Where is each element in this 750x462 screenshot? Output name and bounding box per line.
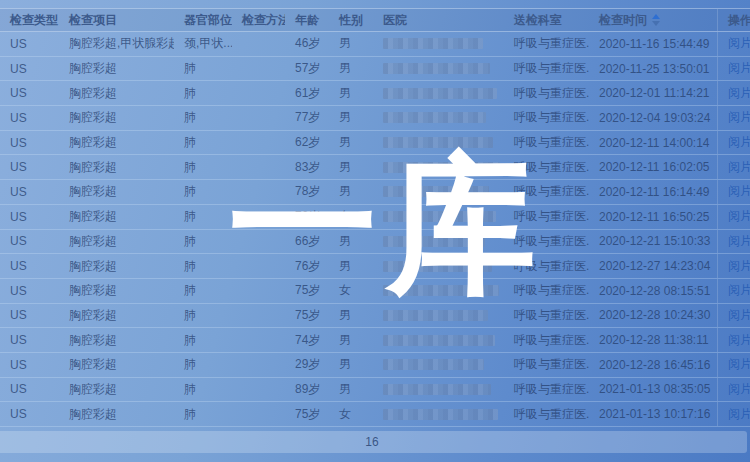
cell-exam-item: 胸腔彩超 <box>59 57 174 81</box>
cell-organ: 肺 <box>174 180 232 204</box>
cell-exam-type: US <box>0 304 59 328</box>
cell-exam-time: 2020-12-28 10:24:30 <box>589 304 717 328</box>
table-row[interactable]: US 胸腔彩超,甲状腺彩超 颈,甲状... 46岁 男 呼吸与重症医... 20… <box>0 32 750 57</box>
view-images-link[interactable]: 阅片 <box>728 109 750 126</box>
cell-sex: 女 <box>329 205 373 229</box>
cell-hospital <box>373 155 504 179</box>
table-row[interactable]: US 胸腔彩超 肺 61岁 男 呼吸与重症医... 2020-12-01 11:… <box>0 81 750 106</box>
view-images-link[interactable]: 阅片 <box>728 406 750 423</box>
cell-exam-time: 2020-11-25 13:50:01 <box>589 57 717 81</box>
table-row[interactable]: US 胸腔彩超 肺 76岁 女 呼吸与重症医... 2020-12-11 16:… <box>0 205 750 230</box>
cell-department: 呼吸与重症医... <box>504 328 589 352</box>
table-row[interactable]: US 胸腔彩超 肺 75岁 男 呼吸与重症医... 2020-12-28 10:… <box>0 304 750 329</box>
cell-exam-time: 2021-01-13 10:17:16 <box>589 402 717 426</box>
cell-department: 呼吸与重症医... <box>504 402 589 426</box>
cell-method <box>232 378 285 402</box>
cell-age: 76岁 <box>285 254 329 278</box>
cell-action: 阅片 <box>717 353 750 377</box>
cell-exam-item: 胸腔彩超 <box>59 279 174 303</box>
cell-department: 呼吸与重症医... <box>504 106 589 130</box>
view-images-link[interactable]: 阅片 <box>728 85 750 102</box>
view-images-link[interactable]: 阅片 <box>728 134 750 151</box>
table-row[interactable]: US 胸腔彩超 肺 62岁 男 呼吸与重症医... 2020-12-11 14:… <box>0 131 750 156</box>
redacted-hospital-name <box>383 63 490 74</box>
cell-age: 66岁 <box>285 230 329 254</box>
table-row[interactable]: US 胸腔彩超 肺 75岁 女 呼吸与重症医... 2021-01-13 10:… <box>0 402 750 427</box>
view-images-link[interactable]: 阅片 <box>728 381 750 398</box>
cell-department: 呼吸与重症医... <box>504 155 589 179</box>
table-row[interactable]: US 胸腔彩超 肺 83岁 男 呼吸与重症医... 2020-12-11 16:… <box>0 155 750 180</box>
col-header-exam-time[interactable]: 检查时间 <box>589 9 717 31</box>
cell-department: 呼吸与重症医... <box>504 353 589 377</box>
view-images-link[interactable]: 阅片 <box>728 183 750 200</box>
study-table: 检查类型 检查项目 器官部位 检查方法 年龄 性别 医院 送检科室 检查时间 操… <box>0 8 750 427</box>
cell-exam-type: US <box>0 180 59 204</box>
view-images-link[interactable]: 阅片 <box>728 60 750 77</box>
cell-exam-time: 2020-11-16 15:44:49 <box>589 32 717 56</box>
view-images-link[interactable]: 阅片 <box>728 258 750 275</box>
view-images-link[interactable]: 阅片 <box>728 233 750 250</box>
table-row[interactable]: US 胸腔彩超 肺 74岁 男 呼吸与重症医... 2020-12-28 11:… <box>0 328 750 353</box>
cell-exam-type: US <box>0 205 59 229</box>
cell-exam-item: 胸腔彩超 <box>59 353 174 377</box>
table-row[interactable]: US 胸腔彩超 肺 29岁 男 呼吸与重症医... 2020-12-28 16:… <box>0 353 750 378</box>
cell-organ: 肺 <box>174 230 232 254</box>
redacted-hospital-name <box>383 310 488 321</box>
cell-exam-time: 2021-01-13 08:35:05 <box>589 378 717 402</box>
cell-exam-item: 胸腔彩超 <box>59 155 174 179</box>
cell-action: 阅片 <box>717 81 750 105</box>
view-images-link[interactable]: 阅片 <box>728 307 750 324</box>
cell-department: 呼吸与重症医... <box>504 131 589 155</box>
view-images-link[interactable]: 阅片 <box>728 356 750 373</box>
table-row[interactable]: US 胸腔彩超 肺 76岁 男 呼吸与重症医... 2020-12-27 14:… <box>0 254 750 279</box>
col-header-organ: 器官部位 <box>174 9 232 31</box>
cell-age: 46岁 <box>285 32 329 56</box>
cell-hospital <box>373 32 504 56</box>
cell-sex: 男 <box>329 304 373 328</box>
col-header-age: 年龄 <box>285 9 329 31</box>
sort-ascending-icon[interactable] <box>652 14 660 26</box>
pagination-bar: 20条/页 ‹ 123456...16 <box>0 430 747 454</box>
cell-exam-time: 2020-12-11 14:00:14 <box>589 131 717 155</box>
cell-exam-item: 胸腔彩超 <box>59 81 174 105</box>
redacted-hospital-name <box>383 211 496 222</box>
page-number-button[interactable]: 16 <box>0 431 747 453</box>
cell-department: 呼吸与重症医... <box>504 81 589 105</box>
cell-organ: 肺 <box>174 131 232 155</box>
cell-hospital <box>373 378 504 402</box>
cell-action: 阅片 <box>717 230 750 254</box>
cell-exam-item: 胸腔彩超 <box>59 205 174 229</box>
cell-organ: 颈,甲状... <box>174 32 232 56</box>
redacted-hospital-name <box>383 186 489 197</box>
cell-organ: 肺 <box>174 106 232 130</box>
table-row[interactable]: US 胸腔彩超 肺 77岁 男 呼吸与重症医... 2020-12-04 19:… <box>0 106 750 131</box>
table-row[interactable]: US 胸腔彩超 肺 57岁 男 呼吸与重症医... 2020-11-25 13:… <box>0 57 750 82</box>
view-images-link[interactable]: 阅片 <box>728 332 750 349</box>
cell-method <box>232 57 285 81</box>
redacted-hospital-name <box>383 137 493 148</box>
table-row[interactable]: US 胸腔彩超 肺 78岁 男 呼吸与重症医... 2020-12-11 16:… <box>0 180 750 205</box>
cell-department: 呼吸与重症医... <box>504 230 589 254</box>
cell-age: 75岁 <box>285 304 329 328</box>
cell-hospital <box>373 353 504 377</box>
view-images-link[interactable]: 阅片 <box>728 282 750 299</box>
cell-organ: 肺 <box>174 205 232 229</box>
view-images-link[interactable]: 阅片 <box>728 208 750 225</box>
cell-age: 61岁 <box>285 81 329 105</box>
cell-exam-item: 胸腔彩超,甲状腺彩超 <box>59 32 174 56</box>
cell-organ: 肺 <box>174 378 232 402</box>
cell-action: 阅片 <box>717 57 750 81</box>
cell-organ: 肺 <box>174 254 232 278</box>
cell-sex: 男 <box>329 180 373 204</box>
cell-department: 呼吸与重症医... <box>504 304 589 328</box>
cell-organ: 肺 <box>174 402 232 426</box>
cell-method <box>232 353 285 377</box>
view-images-link[interactable]: 阅片 <box>728 35 750 52</box>
table-row[interactable]: US 胸腔彩超 肺 66岁 男 呼吸与重症医... 2020-12-21 15:… <box>0 230 750 255</box>
table-row[interactable]: US 胸腔彩超 肺 89岁 男 呼吸与重症医... 2021-01-13 08:… <box>0 378 750 403</box>
cell-hospital <box>373 205 504 229</box>
cell-sex: 男 <box>329 254 373 278</box>
table-row[interactable]: US 胸腔彩超 肺 75岁 女 呼吸与重症医... 2020-12-28 08:… <box>0 279 750 304</box>
view-images-link[interactable]: 阅片 <box>728 159 750 176</box>
cell-exam-time: 2020-12-28 08:15:51 <box>589 279 717 303</box>
